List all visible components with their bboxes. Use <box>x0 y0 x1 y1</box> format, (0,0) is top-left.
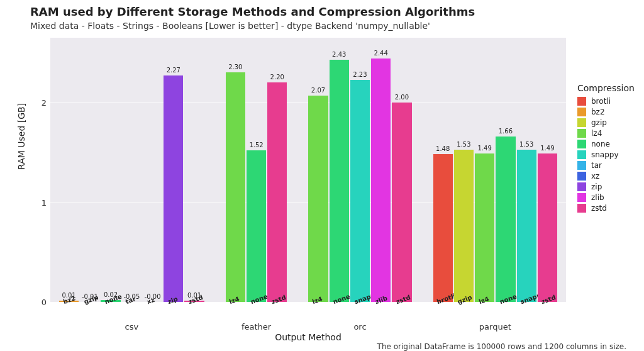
legend-swatch <box>577 204 586 213</box>
ram-usage-chart: { "title": "RAM used by Different Storag… <box>0 0 644 351</box>
bar-orc-snappy <box>350 80 370 302</box>
legend-item-gzip: gzip <box>577 118 635 127</box>
bar-value-label: 2.43 <box>326 51 352 58</box>
legend-swatch <box>577 193 586 202</box>
legend-item-none: none <box>577 140 635 148</box>
bar-parquet-none <box>496 136 515 302</box>
legend-label: snappy <box>591 150 619 159</box>
bar-parquet-zstd <box>538 153 557 302</box>
group-label-parquet: parquet <box>479 322 511 332</box>
legend-label: gzip <box>591 118 607 127</box>
group-label-feather: feather <box>242 322 271 332</box>
bar-orc-zstd <box>392 103 411 302</box>
legend-label: xz <box>591 172 599 181</box>
legend-label: none <box>591 140 610 148</box>
bar-value-label: 2.00 <box>389 94 414 101</box>
bar-value-label: 1.52 <box>244 142 269 148</box>
bar-value-label: 1.66 <box>493 128 518 135</box>
y-tick-label: 1 <box>30 198 47 207</box>
legend-swatch <box>577 182 586 191</box>
legend-swatch <box>577 150 586 159</box>
chart-caption: The original DataFrame is 100000 rows an… <box>377 342 626 351</box>
legend-swatch <box>577 140 586 148</box>
legend: Compression brotlibz2gziplz4nonesnappyta… <box>577 83 635 214</box>
legend-label: brotli <box>591 97 611 106</box>
bar-orc-lz4 <box>308 96 328 302</box>
chart-subtitle: Mixed data - Floats - Strings - Booleans… <box>30 21 430 31</box>
bar-value-label: 2.23 <box>347 71 372 78</box>
legend-swatch <box>577 108 586 116</box>
bar-value-label: 1.49 <box>472 145 497 152</box>
bar-parquet-brotli <box>433 154 453 302</box>
bar-value-label: 2.30 <box>223 64 248 70</box>
bar-value-label: 2.07 <box>306 87 331 94</box>
legend-item-zstd: zstd <box>577 204 635 213</box>
chart-title: RAM used by Different Storage Methods an… <box>30 5 475 18</box>
x-axis-label: Output Method <box>50 332 566 342</box>
legend-item-bz2: bz2 <box>577 108 635 116</box>
bar-compression-label: xz <box>146 296 155 306</box>
legend-item-lz4: lz4 <box>577 129 635 138</box>
bar-parquet-snappy <box>517 150 536 302</box>
bar-value-label: 2.44 <box>369 50 394 57</box>
y-axis-label: RAM Used [GB] <box>16 103 26 170</box>
bar-value-label: 2.27 <box>161 67 186 74</box>
y-tick-label: 2 <box>30 98 47 108</box>
legend-label: zstd <box>591 204 607 213</box>
bar-feather-zstd <box>267 82 287 302</box>
legend-label: lz4 <box>591 129 602 138</box>
legend-item-snappy: snappy <box>577 150 635 159</box>
bar-feather-lz4 <box>226 72 245 302</box>
legend-label: zip <box>591 182 602 191</box>
plot-area: 0120.01bz2-0.01gzip0.02none-0.05tar-0.00… <box>50 38 566 302</box>
legend-item-zip: zip <box>577 182 635 191</box>
bar-value-label: 2.20 <box>265 74 290 81</box>
legend-label: tar <box>591 161 602 170</box>
legend-item-tar: tar <box>577 161 635 170</box>
legend-item-zlib: zlib <box>577 193 635 202</box>
bar-value-label: 1.49 <box>535 145 560 152</box>
legend-swatch <box>577 129 586 138</box>
legend-swatch <box>577 118 586 127</box>
bar-feather-none <box>247 150 266 302</box>
legend-title: Compression <box>577 83 635 93</box>
y-tick-label: 0 <box>30 298 47 307</box>
legend-label: zlib <box>591 193 604 202</box>
group-label-csv: csv <box>125 322 139 332</box>
bar-csv-zip <box>164 75 183 302</box>
legend-swatch <box>577 97 586 106</box>
bar-parquet-gzip <box>454 150 474 302</box>
bar-orc-none <box>330 60 349 302</box>
legend-item-xz: xz <box>577 172 635 181</box>
legend-swatch <box>577 161 586 170</box>
legend-item-brotli: brotli <box>577 97 635 106</box>
bar-parquet-lz4 <box>475 153 494 302</box>
legend-swatch <box>577 172 586 181</box>
bar-orc-zlib <box>371 58 391 302</box>
legend-label: bz2 <box>591 108 605 116</box>
group-label-orc: orc <box>353 322 366 332</box>
